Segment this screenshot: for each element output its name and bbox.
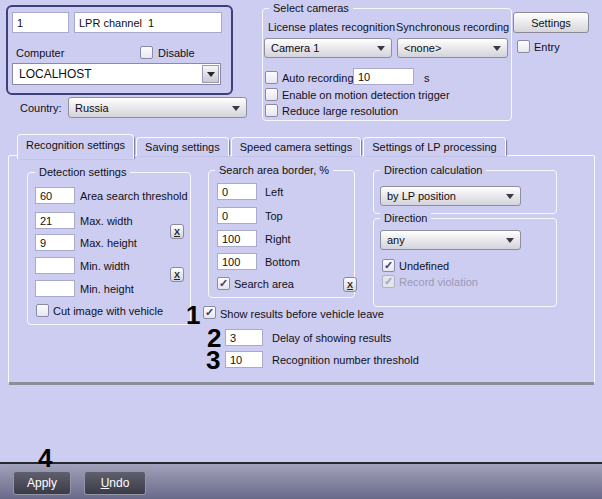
min-height-label: Min. height (80, 283, 134, 295)
min-height-input[interactable] (35, 280, 75, 297)
motion-trigger-label: Enable on motion detection trigger (282, 89, 450, 101)
max-width-input[interactable] (35, 212, 75, 229)
direction-group: Direction any ✓ Undefined ✓ Record viola… (373, 218, 557, 307)
disable-label: Disable (158, 47, 195, 59)
auto-recording-input[interactable] (353, 68, 414, 85)
tab-saving-settings[interactable]: Saving settings (136, 137, 229, 156)
record-violation-label: Record violation (399, 276, 478, 288)
record-violation-checkbox: ✓ (382, 275, 395, 288)
search-area-title: Search area border, % (215, 164, 333, 176)
threshold-input[interactable] (225, 351, 263, 368)
search-area-group: Search area border, % Left Top Right Bot… (208, 170, 355, 298)
border-top-input[interactable] (217, 207, 257, 224)
direction-dropdown[interactable]: any (380, 230, 521, 250)
border-left-label: Left (265, 186, 283, 198)
check-icon: ✓ (384, 276, 393, 286)
border-bottom-input[interactable] (217, 253, 257, 270)
country-dropdown[interactable]: Russia (68, 97, 247, 118)
chevron-down-icon (506, 238, 514, 243)
computer-label: Computer (16, 47, 64, 59)
select-cameras-title: Select cameras (269, 2, 353, 14)
settings-button[interactable]: Settings (513, 12, 589, 33)
border-left-input[interactable] (217, 183, 257, 200)
chevron-down-icon (377, 46, 385, 51)
footer-bar: Apply Undo (0, 462, 602, 499)
reduce-resolution-checkbox[interactable] (265, 104, 278, 117)
country-value: Russia (75, 102, 109, 114)
lpr-camera-value: Camera 1 (271, 42, 319, 54)
direction-calculation-group: Direction calculation by LP position (373, 170, 557, 214)
show-results-checkbox[interactable]: ✓ (203, 306, 216, 319)
direction-calculation-dropdown[interactable]: by LP position (380, 186, 521, 206)
cut-image-label: Cut image with vehicle (53, 305, 163, 317)
lpr-channel-dialog: Computer Disable LOCALHOST Country: Russ… (0, 0, 602, 499)
sync-recording-dropdown[interactable]: <none> (397, 38, 508, 58)
clear-search-area-button[interactable]: X (343, 277, 357, 292)
border-right-input[interactable] (217, 230, 257, 247)
chevron-down-icon (506, 194, 514, 199)
lpr-camera-dropdown[interactable]: Camera 1 (264, 38, 392, 58)
chevron-down-icon (493, 46, 501, 51)
auto-recording-checkbox[interactable] (265, 71, 278, 84)
country-label: Country: (20, 102, 62, 114)
border-bottom-label: Bottom (265, 256, 300, 268)
entry-label: Entry (534, 41, 560, 53)
combobox-dropdown-button[interactable] (202, 65, 219, 83)
undo-button[interactable]: Undo (84, 471, 146, 495)
cut-image-checkbox[interactable] (36, 304, 49, 317)
border-right-label: Right (265, 233, 291, 245)
detection-settings-group: Detection settings Area search threshold… (27, 172, 191, 325)
channel-name-input[interactable] (74, 12, 222, 33)
undo-button-key: U (101, 476, 110, 490)
computer-value: LOCALHOST (13, 67, 92, 81)
channel-group: Computer Disable LOCALHOST (6, 5, 233, 95)
check-icon: ✓ (219, 278, 228, 288)
max-width-label: Max. width (80, 215, 133, 227)
direction-value: any (387, 234, 405, 246)
auto-recording-unit: s (424, 72, 430, 84)
tab-speed-camera-settings[interactable]: Speed camera settings (231, 137, 362, 156)
clear-max-size-button[interactable]: X (170, 224, 184, 239)
max-height-input[interactable] (35, 234, 75, 251)
apply-button[interactable]: Apply (13, 471, 71, 495)
delay-input[interactable] (225, 329, 263, 346)
undefined-label: Undefined (399, 260, 449, 272)
auto-recording-label: Auto recording (282, 72, 354, 84)
area-search-threshold-label: Area search threshold (80, 190, 188, 202)
computer-combobox[interactable]: LOCALHOST (12, 63, 221, 85)
area-search-threshold-input[interactable] (35, 187, 75, 204)
border-top-label: Top (265, 210, 283, 222)
sync-recording-value: <none> (404, 42, 441, 54)
min-width-label: Min. width (80, 260, 130, 272)
direction-calculation-value: by LP position (387, 190, 456, 202)
search-area-checkbox[interactable]: ✓ (217, 277, 230, 290)
check-icon: ✓ (205, 307, 214, 317)
threshold-label: Recognition number threshold (272, 354, 419, 366)
tab-strip: Recognition settings Saving settings Spe… (17, 134, 508, 159)
chevron-down-icon (207, 72, 215, 77)
min-width-input[interactable] (35, 257, 75, 274)
callout-1: 1 (186, 302, 200, 328)
undo-button-label: ndo (109, 476, 129, 490)
chevron-down-icon (232, 106, 240, 111)
select-cameras-group: Select cameras License plates recognitio… (262, 8, 512, 121)
tab-recognition-settings[interactable]: Recognition settings (17, 134, 134, 159)
undefined-checkbox[interactable]: ✓ (382, 259, 395, 272)
lpr-camera-label: License plates recognition (268, 21, 395, 33)
disable-checkbox[interactable] (140, 46, 153, 59)
detection-settings-title: Detection settings (35, 166, 130, 178)
apply-button-label: Apply (27, 476, 57, 490)
clear-min-size-button[interactable]: X (170, 267, 184, 282)
direction-title: Direction (380, 212, 431, 224)
motion-trigger-checkbox[interactable] (265, 88, 278, 101)
max-height-label: Max. height (80, 237, 137, 249)
direction-calculation-title: Direction calculation (380, 164, 486, 176)
show-results-label: Show results before vehicle leave (220, 308, 384, 320)
delay-label: Delay of showing results (272, 332, 391, 344)
check-icon: ✓ (384, 260, 393, 270)
reduce-resolution-label: Reduce large resolution (282, 105, 398, 117)
callout-3: 3 (206, 347, 220, 373)
tab-lp-processing-settings[interactable]: Settings of LP processing (363, 137, 506, 156)
channel-id-input[interactable] (12, 12, 69, 33)
entry-checkbox[interactable] (517, 40, 530, 53)
